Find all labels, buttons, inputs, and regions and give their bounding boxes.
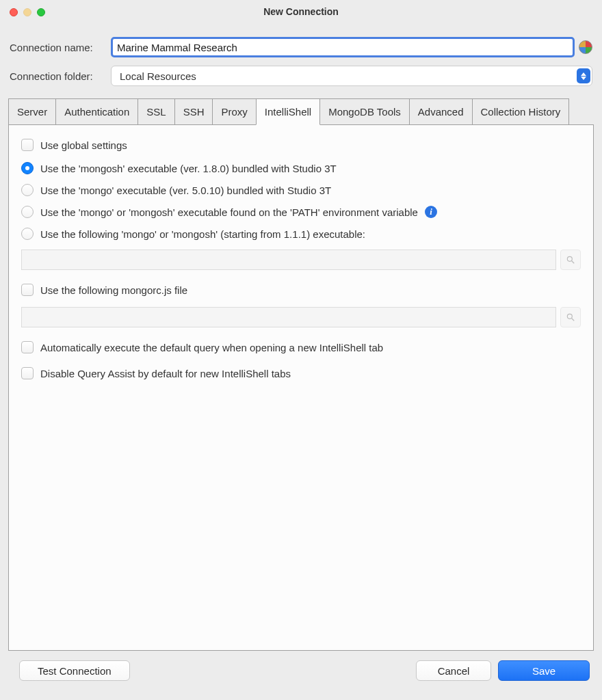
- cancel-button[interactable]: Cancel: [416, 660, 491, 681]
- connection-name-row: Connection name:: [10, 37, 592, 57]
- intellishell-panel: Use global settings Use the 'mongosh' ex…: [8, 124, 594, 651]
- save-button[interactable]: Save: [498, 660, 590, 681]
- radio-mongo-bundled[interactable]: [21, 184, 34, 196]
- connection-name-label: Connection name:: [10, 42, 111, 53]
- radio-custom-label: Use the following 'mongo' or 'mongosh' (…: [40, 228, 365, 240]
- radio-row-custom: Use the following 'mongo' or 'mongosh' (…: [21, 228, 581, 240]
- connection-folder-label: Connection folder:: [10, 70, 111, 82]
- connection-folder-value: Local Resources: [120, 70, 196, 82]
- minimize-window-button: [23, 8, 31, 16]
- tab-ssl[interactable]: SSL: [138, 98, 174, 125]
- new-connection-window: New Connection Connection name: Connecti…: [0, 0, 602, 700]
- radio-row-mongosh-bundled: Use the 'mongosh' executable (ver. 1.8.0…: [21, 162, 581, 174]
- auto-exec-row: Automatically execute the default query …: [21, 341, 581, 353]
- radio-path[interactable]: [21, 206, 34, 218]
- form-area: Connection name: Connection folder: Loca…: [0, 23, 602, 92]
- use-mongorc-checkbox[interactable]: [21, 284, 34, 296]
- titlebar: New Connection: [0, 0, 602, 23]
- maximize-window-button[interactable]: [37, 8, 45, 16]
- browse-mongorc-button[interactable]: [560, 307, 581, 327]
- tab-authentication[interactable]: Authentication: [55, 98, 138, 125]
- connection-name-input[interactable]: [111, 37, 575, 57]
- use-global-row: Use global settings: [21, 139, 581, 151]
- radio-mongo-bundled-label: Use the 'mongo' executable (ver. 5.0.10)…: [40, 185, 331, 196]
- svg-point-2: [567, 314, 572, 319]
- custom-exec-input: [21, 250, 556, 270]
- tab-intellishell[interactable]: IntelliShell: [256, 98, 320, 125]
- search-icon: [566, 255, 575, 265]
- tab-server[interactable]: Server: [8, 98, 56, 125]
- close-window-button[interactable]: [10, 8, 18, 16]
- svg-line-3: [572, 319, 575, 321]
- radio-path-label: Use the 'mongo' or 'mongosh' executable …: [40, 206, 418, 218]
- disable-assist-row: Disable Query Assist by default for new …: [21, 367, 581, 379]
- shell-executable-radio-group: Use the 'mongosh' executable (ver. 1.8.0…: [21, 162, 581, 240]
- color-picker-icon[interactable]: [579, 40, 592, 54]
- use-mongorc-label: Use the following mongorc.js file: [40, 284, 187, 296]
- use-mongorc-row: Use the following mongorc.js file: [21, 284, 581, 296]
- mongorc-input: [21, 307, 556, 327]
- radio-row-mongo-bundled: Use the 'mongo' executable (ver. 5.0.10)…: [21, 184, 581, 196]
- use-global-label: Use global settings: [40, 139, 127, 151]
- tab-proxy[interactable]: Proxy: [212, 98, 256, 125]
- window-title: New Connection: [8, 6, 594, 17]
- connection-folder-row: Connection folder: Local Resources: [10, 66, 592, 86]
- use-global-checkbox[interactable]: [21, 139, 34, 151]
- radio-mongosh-bundled[interactable]: [21, 162, 34, 174]
- traffic-lights: [10, 8, 45, 16]
- browse-exec-button[interactable]: [560, 250, 581, 270]
- footer: Test Connection Cancel Save: [0, 651, 602, 690]
- tabs: Server Authentication SSL SSH Proxy Inte…: [8, 98, 594, 125]
- radio-custom[interactable]: [21, 228, 34, 240]
- tab-advanced[interactable]: Advanced: [409, 98, 473, 125]
- custom-exec-row: [21, 250, 581, 270]
- auto-exec-label: Automatically execute the default query …: [40, 342, 383, 353]
- tab-collection-history[interactable]: Collection History: [472, 98, 570, 125]
- search-icon: [566, 312, 575, 322]
- radio-mongosh-bundled-label: Use the 'mongosh' executable (ver. 1.8.0…: [40, 163, 337, 174]
- disable-assist-checkbox[interactable]: [21, 367, 34, 379]
- radio-row-path: Use the 'mongo' or 'mongosh' executable …: [21, 206, 581, 218]
- connection-folder-select[interactable]: Local Resources: [111, 66, 592, 86]
- select-arrows-icon: [577, 68, 590, 83]
- auto-exec-checkbox[interactable]: [21, 341, 34, 353]
- tab-ssh[interactable]: SSH: [174, 98, 213, 125]
- disable-assist-label: Disable Query Assist by default for new …: [40, 368, 291, 379]
- info-icon[interactable]: i: [425, 206, 437, 218]
- svg-line-1: [572, 261, 575, 264]
- tab-mongodb-tools[interactable]: MongoDB Tools: [319, 98, 410, 125]
- mongorc-row: [21, 307, 581, 327]
- test-connection-button[interactable]: Test Connection: [19, 660, 130, 681]
- svg-point-0: [567, 256, 572, 261]
